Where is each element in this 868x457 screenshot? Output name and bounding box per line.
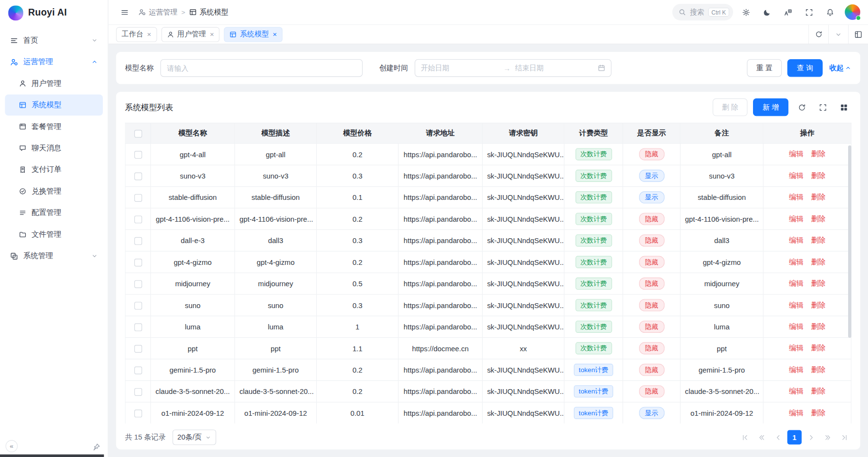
delete-link[interactable]: 删除	[811, 344, 826, 352]
delete-link[interactable]: 删除	[811, 301, 826, 309]
row-checkbox[interactable]	[134, 366, 142, 374]
pin-icon[interactable]	[92, 443, 100, 451]
reset-button[interactable]: 重 置	[747, 59, 782, 77]
expand-table-button[interactable]	[815, 99, 831, 115]
delete-link[interactable]: 删除	[811, 258, 826, 266]
breadcrumb-system-model[interactable]: 系统模型	[189, 7, 229, 17]
back-pages-button[interactable]	[754, 430, 769, 445]
current-page-button[interactable]: 1	[787, 430, 802, 445]
sidebar-item-order[interactable]: 支付订单	[5, 159, 103, 180]
delete-link[interactable]: 删除	[811, 214, 826, 223]
tab-user[interactable]: 用户管理×	[161, 27, 219, 42]
sidebar-item-chat[interactable]: 聊天消息	[5, 138, 103, 159]
close-icon[interactable]: ×	[273, 31, 277, 38]
language-button[interactable]	[780, 4, 796, 20]
query-button[interactable]: 查 询	[787, 59, 823, 77]
row-checkbox[interactable]	[134, 237, 142, 245]
collapse-sidebar-button[interactable]: «	[5, 440, 17, 452]
add-button[interactable]: 新 增	[753, 98, 788, 116]
edit-link[interactable]: 编辑	[789, 214, 803, 223]
breadcrumb-operations[interactable]: 运营管理	[138, 7, 178, 17]
edit-link[interactable]: 编辑	[789, 150, 803, 158]
row-checkbox[interactable]	[134, 323, 142, 331]
edit-link[interactable]: 编辑	[789, 408, 803, 417]
refresh-table-button[interactable]	[794, 99, 809, 115]
delete-link[interactable]: 删除	[811, 322, 826, 330]
sidebar-item-config[interactable]: 配置管理	[5, 202, 103, 223]
table-scrollbar[interactable]	[848, 146, 852, 338]
sidebar-item-system[interactable]: 系统管理	[5, 245, 103, 266]
row-checkbox[interactable]	[134, 280, 142, 288]
edit-link[interactable]: 编辑	[789, 193, 803, 201]
edit-link[interactable]: 编辑	[789, 236, 803, 245]
edit-link[interactable]: 编辑	[789, 171, 803, 180]
edit-link[interactable]: 编辑	[789, 365, 803, 374]
close-icon[interactable]: ×	[147, 31, 151, 38]
cell-model-desc: midjourney	[235, 273, 317, 294]
delete-link[interactable]: 删除	[811, 150, 826, 158]
delete-button[interactable]: 删 除	[713, 98, 748, 116]
select-all-checkbox[interactable]	[134, 130, 142, 138]
user-avatar[interactable]	[845, 4, 860, 20]
row-checkbox[interactable]	[134, 151, 142, 159]
edit-link[interactable]: 编辑	[789, 301, 803, 309]
cell-billing-type: 次数计费	[564, 144, 623, 165]
sidebar-item-model[interactable]: 系统模型	[5, 95, 103, 115]
notifications-button[interactable]	[821, 4, 838, 20]
model-name-input[interactable]	[160, 59, 362, 77]
table-row: gpt-4-1106-vision-pre...gpt-4-1106-visio…	[125, 208, 851, 229]
row-checkbox[interactable]	[134, 259, 142, 266]
chevron-down-icon	[205, 434, 211, 441]
settings-button[interactable]	[737, 4, 754, 20]
row-checkbox[interactable]	[134, 409, 142, 417]
prev-page-button[interactable]	[770, 430, 785, 445]
edit-link[interactable]: 编辑	[789, 322, 803, 330]
tab-model[interactable]: 系统模型×	[224, 27, 282, 42]
row-checkbox[interactable]	[134, 215, 142, 223]
visibility-badge: 隐藏	[639, 342, 664, 354]
forward-pages-button[interactable]	[820, 430, 835, 445]
sidebar-item-redeem[interactable]: 兑换管理	[5, 181, 103, 202]
sidebar-item-package[interactable]: 套餐管理	[5, 116, 103, 137]
page-size-select[interactable]: 20条/页	[172, 429, 216, 445]
delete-link[interactable]: 删除	[811, 193, 826, 201]
next-page-button[interactable]	[804, 430, 819, 445]
collapse-filter-link[interactable]: 收起	[829, 63, 852, 73]
sidebar-item-home[interactable]: 首页	[5, 30, 103, 51]
row-checkbox[interactable]	[134, 388, 142, 396]
row-checkbox[interactable]	[134, 302, 142, 310]
refresh-tab-button[interactable]	[808, 25, 828, 44]
edit-link[interactable]: 编辑	[789, 387, 803, 395]
dark-mode-button[interactable]	[758, 4, 775, 20]
delete-link[interactable]: 删除	[811, 365, 826, 374]
row-checkbox[interactable]	[134, 194, 142, 202]
date-range-picker[interactable]: 开始日期 → 结束日期	[415, 59, 612, 77]
tab-options-button[interactable]	[828, 25, 848, 44]
sidebar-item-folder[interactable]: 文件管理	[5, 224, 103, 245]
edit-link[interactable]: 编辑	[789, 279, 803, 287]
close-icon[interactable]: ×	[210, 31, 214, 38]
row-checkbox[interactable]	[134, 172, 142, 180]
hamburger-menu-button[interactable]	[116, 4, 132, 20]
fullscreen-button[interactable]	[801, 4, 817, 20]
row-checkbox[interactable]	[134, 345, 142, 353]
sidebar-item-operations[interactable]: 运营管理	[5, 51, 103, 72]
edit-link[interactable]: 编辑	[789, 258, 803, 266]
tab-workbench[interactable]: 工作台×	[116, 27, 157, 42]
layout-toggle-button[interactable]	[848, 25, 868, 44]
global-search[interactable]: 搜索 Ctrl K	[672, 4, 733, 20]
last-page-button[interactable]	[837, 430, 852, 445]
delete-link[interactable]: 删除	[811, 387, 826, 395]
logo[interactable]: Ruoyi AI	[0, 0, 108, 25]
chevron-right-icon	[807, 434, 815, 441]
tab-bar: 工作台×用户管理×系统模型×	[108, 24, 868, 44]
cell-remark: luma	[680, 316, 763, 337]
delete-link[interactable]: 删除	[811, 171, 826, 180]
first-page-button[interactable]	[737, 430, 752, 445]
delete-link[interactable]: 删除	[811, 236, 826, 245]
edit-link[interactable]: 编辑	[789, 344, 803, 352]
sidebar-item-user[interactable]: 用户管理	[5, 73, 103, 94]
delete-link[interactable]: 删除	[811, 279, 826, 287]
column-settings-button[interactable]	[836, 99, 852, 115]
delete-link[interactable]: 删除	[811, 408, 826, 417]
